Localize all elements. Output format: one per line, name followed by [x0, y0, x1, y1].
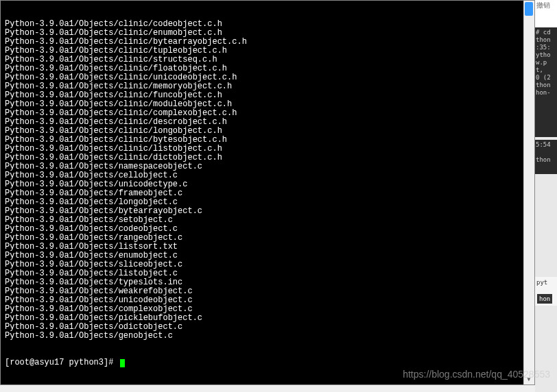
bg-mid-text: 5:54 — [536, 141, 551, 148]
scrollbar-track[interactable]: ▼ — [523, 1, 534, 384]
background-panel: 撤销 # cdthon:35:ythow.pt,0 (2thonhon- 5:5… — [535, 0, 557, 392]
bg-dark-line: t, — [536, 66, 556, 74]
scrollbar-down-icon[interactable]: ▼ — [525, 375, 533, 383]
bg-dark2: 5:54 thon — [535, 140, 557, 174]
terminal-content[interactable]: Python-3.9.0a1/Objects/clinic/codeobject… — [1, 1, 534, 384]
bg-tag1: pyt — [536, 279, 547, 286]
bg-dark-line: w.p — [536, 59, 556, 66]
scrollbar-thumb[interactable] — [525, 2, 533, 16]
bg-bottom-text: thon — [536, 156, 551, 163]
terminal-output-line: Python-3.9.0a1/Objects/genobject.c — [5, 332, 530, 341]
bg-dark-line: ytho — [536, 51, 556, 59]
bg-dark-line: thon — [536, 36, 556, 44]
bg-dark-line: hon- — [536, 89, 556, 97]
bg-top-text: 撤销 — [536, 1, 550, 9]
terminal-window: Python-3.9.0a1/Objects/clinic/codeobject… — [0, 0, 535, 385]
bg-dark-line: :35: — [536, 44, 556, 51]
bg-tags: pyt hon — [535, 277, 557, 306]
shell-prompt: [root@asyu17 python3]# — [5, 358, 119, 367]
cursor-icon — [120, 359, 125, 367]
bg-dark-line: thon — [536, 82, 556, 89]
bg-dark-line: # cd — [536, 29, 556, 36]
bg-tag2: hon — [537, 294, 552, 304]
bg-top: 撤销 — [535, 0, 557, 27]
bg-dark: # cdthon:35:ythow.pt,0 (2thonhon- — [535, 27, 557, 137]
prompt-line[interactable]: [root@asyu17 python3]# — [5, 358, 530, 367]
bg-dark-line: 0 (2 — [536, 74, 556, 82]
